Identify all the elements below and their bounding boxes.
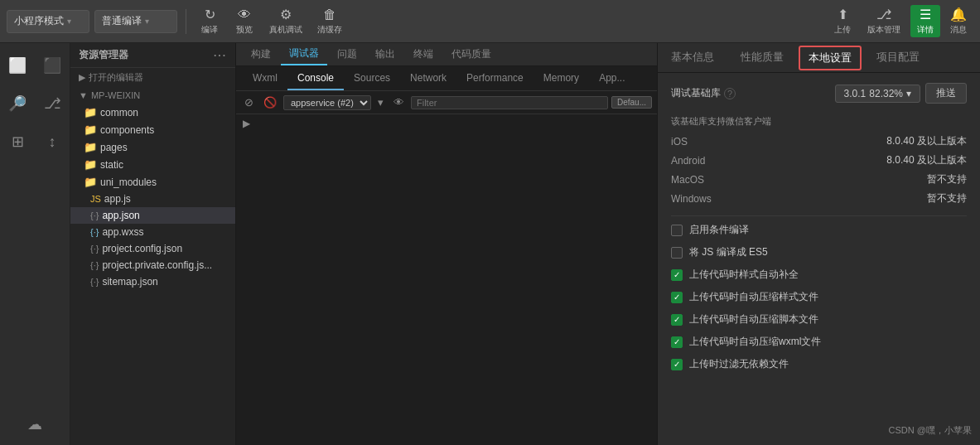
checkbox-script-minify[interactable]: 上传代码时自动压缩脚本文件 [671,312,967,326]
right-tab-perf-label: 性能质量 [741,51,784,63]
sidebar-icon-pages[interactable]: ⬛ [38,51,66,80]
sub-tab-issues[interactable]: 问题 [329,44,365,65]
checkbox-label: 启用条件编译 [689,223,749,237]
sub-tab-debugger[interactable]: 调试器 [281,43,327,65]
file-project-config[interactable]: {·} project.config.json [70,240,235,257]
folder-static[interactable]: 📁 static [70,156,235,173]
devtab-wxml[interactable]: Wxml [243,67,287,90]
checkbox-filter-deps[interactable]: 上传时过滤无依赖文件 [671,357,967,371]
platform-macos: MacOS 暂不支持 [671,172,967,186]
right-tab-basic[interactable]: 基本信息 [658,43,727,73]
devtab-performance[interactable]: Performance [456,67,533,90]
sidebar-icon-arrow[interactable]: ↕ [38,128,66,156]
file-name: app.wxss [102,226,143,238]
console-filter-input[interactable] [411,96,608,109]
upload-button[interactable]: ⬆ 上传 [828,5,857,37]
sidebar-icon-branch[interactable]: ⎇ [38,89,66,118]
sidebar-icon-file[interactable]: ⬜ [3,51,31,80]
sdk-label: 调试基础库 ? [671,86,736,100]
right-tab-local[interactable]: 本地设置 [799,46,862,70]
file-sitemap[interactable]: {·} sitemap.json [70,273,235,290]
checkbox-icon[interactable] [671,269,683,281]
version-button[interactable]: ⎇ 版本管理 [861,5,907,37]
file-project-private[interactable]: {·} project.private.config.js... [70,257,235,273]
folder-pages[interactable]: 📁 pages [70,138,235,156]
sidebar-icon-search[interactable]: 🔎 [3,89,31,118]
help-icon[interactable]: ? [724,88,736,99]
platform-info: iOS 8.0.40 及以上版本 Android 8.0.40 及以上版本 Ma… [671,134,967,206]
checkbox-icon[interactable] [671,247,683,259]
block-icon[interactable]: ⊘ [241,94,257,110]
platform-windows: Windows 暂不支持 [671,191,967,206]
checkbox-style-minify[interactable]: 上传代码时自动压缩样式文件 [671,290,967,304]
dropdown-icon[interactable]: ▾ [374,94,387,110]
clear-cache-button[interactable]: 🗑 清缓存 [312,6,347,37]
detail-button[interactable]: ☰ 详情 [910,5,940,37]
real-debug-button[interactable]: ⚙ 真机调试 [264,5,307,37]
sub-tab-build[interactable]: 构建 [243,44,279,65]
compile-btn-label: 编译 [201,24,218,36]
sub-tab-build-label: 构建 [251,48,271,60]
sidebar-icon-cloud[interactable]: ☁ [0,410,70,438]
folder-common[interactable]: 📁 common [70,104,235,121]
sub-tab-output-label: 输出 [375,48,395,60]
checkbox-wxml-minify[interactable]: 上传代码时自动压缩wxml文件 [671,335,967,349]
sidebar-icon-grid[interactable]: ⊞ [3,128,31,156]
right-tab-project[interactable]: 项目配置 [863,43,933,73]
file-name: app.json [102,210,139,221]
sub-tab-terminal[interactable]: 终端 [405,44,442,65]
folder-uni-modules[interactable]: 📁 uni_modules [70,173,235,191]
sub-tab-output[interactable]: 输出 [367,44,403,65]
sdk-version-button[interactable]: 3.0.1 82.32% ▾ [835,85,920,103]
file-appwxss[interactable]: {·} app.wxss [70,224,235,240]
devtab-app[interactable]: App... [589,67,635,90]
file-tree: 资源管理器 ··· ▶ 打开的编辑器 ▼ MP-WEIXIN 📁 common … [70,43,236,445]
root-folder-label[interactable]: ▼ MP-WEIXIN [70,87,235,104]
json-file-icon: {·} [90,210,99,220]
console-arrow[interactable]: ▶ [243,118,250,129]
compile-arrow-icon: ▾ [145,17,149,26]
sidebar-icons3: ⊞ ↕ [0,124,70,159]
eye-toggle-icon[interactable]: 👁 [390,94,408,110]
compile-dropdown[interactable]: 普通编译 ▾ [94,10,177,33]
devtab-memory[interactable]: Memory [533,67,589,90]
checkbox-icon[interactable] [671,314,683,326]
mode-dropdown[interactable]: 小程序模式 ▾ [7,10,89,33]
devtab-sources-label: Sources [354,72,390,84]
file-appjson[interactable]: {·} app.json [70,207,235,224]
checkbox-es5[interactable]: 将 JS 编译成 ES5 [671,245,967,259]
sdk-setting-row: 调试基础库 ? 3.0.1 82.32% ▾ 推送 [671,83,967,104]
compile-button[interactable]: ↻ 编译 [195,5,224,37]
folder-components[interactable]: 📁 components [70,121,235,138]
devtab-performance-label: Performance [466,72,524,84]
platform-android: Android 8.0.40 及以上版本 [671,153,967,167]
checkbox-style-completion[interactable]: 上传代码时样式自动补全 [671,268,967,282]
sub-tab-code-quality[interactable]: 代码质量 [443,44,500,65]
right-tab-perf[interactable]: 性能质量 [727,43,797,73]
filter-icon[interactable]: 🚫 [260,94,280,110]
folder-arrow-icon: ▼ [79,90,88,100]
sdk-push-button[interactable]: 推送 [925,83,967,104]
checkbox-icon[interactable] [671,336,683,348]
checkbox-icon[interactable] [671,292,683,303]
open-editors-section[interactable]: ▶ 打开的编辑器 [70,68,235,87]
console-content: ▶ [236,114,657,445]
center-area: 构建 调试器 问题 输出 终端 代码质量 Wxml Cons [236,43,657,445]
devtab-console[interactable]: Console [287,67,344,90]
checkbox-icon[interactable] [671,225,683,236]
json-file-icon4: {·} [90,277,99,287]
file-tree-more-icon[interactable]: ··· [214,50,227,61]
file-name: app.js [104,193,131,205]
context-selector[interactable]: appservice (#2) [283,95,371,110]
preview-button[interactable]: 👁 预览 [229,6,259,37]
checkbox-conditional[interactable]: 启用条件编译 [671,223,967,237]
mode-arrow-icon: ▾ [67,17,71,26]
checkbox-icon[interactable] [671,359,683,370]
devtab-sources[interactable]: Sources [344,67,400,90]
message-button[interactable]: 🔔 消息 [944,5,973,37]
file-appjs[interactable]: JS app.js [70,191,235,207]
branch-icon: ⎇ [876,7,891,22]
folder-icon: 📁 [84,106,97,119]
devtab-network[interactable]: Network [400,67,456,90]
main-area: ⬜ ⬛ 🔎 ⎇ ⊞ ↕ ☁ 资源管理器 ··· ▶ 打开的编辑器 ▼ MP-WE… [0,43,980,445]
